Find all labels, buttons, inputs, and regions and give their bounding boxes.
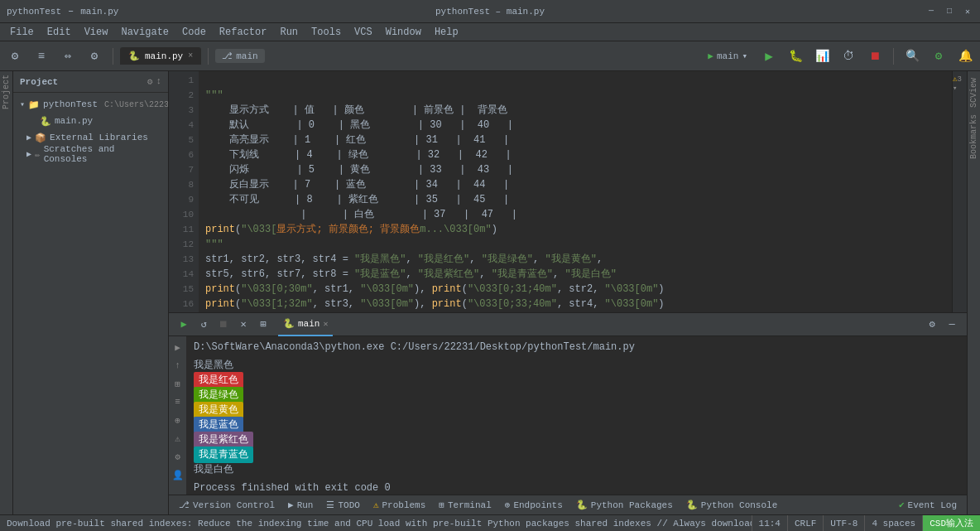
run-rerun-btn[interactable]: ↺ [195, 316, 212, 333]
bottom-problems[interactable]: ⚠ Problems [367, 495, 432, 515]
toolbar-settings-btn[interactable]: ⚙ [3, 45, 26, 68]
maximize-button[interactable]: □ [944, 6, 955, 17]
status-indent[interactable]: 4 spaces [864, 515, 922, 532]
settings-btn[interactable]: ⚙ [927, 45, 950, 68]
run-panel-btn-5[interactable]: ⊕ [171, 413, 185, 427]
menu-run[interactable]: Run [273, 23, 305, 41]
toolbar-align-btn[interactable]: ≡ [30, 45, 53, 68]
project-root-path: C:\Users\22231\Desktop\pythonTest [104, 100, 168, 109]
bottom-python-packages[interactable]: 🐍 Python Packages [569, 495, 680, 515]
profile-btn[interactable]: ⏱ [837, 45, 860, 68]
run-panel-btn-4[interactable]: ≡ [171, 394, 185, 409]
project-side-label[interactable]: Project [0, 71, 12, 113]
python-pkg-icon: 🐍 [576, 500, 588, 510]
status-encoding[interactable]: CRLF [787, 515, 823, 532]
status-position[interactable]: 11:4 [752, 515, 787, 532]
project-icon-2[interactable]: ↕ [156, 76, 161, 87]
project-icon-1[interactable]: ⚙ [147, 76, 153, 87]
title-bar-left: pythonTest – main.py [7, 6, 118, 17]
project-panel-header: Project ⚙ ↕ [13, 71, 168, 93]
run-panel-btn-6[interactable]: ⚠ [171, 431, 185, 446]
run-close-btn[interactable]: ✕ [235, 316, 252, 333]
run-button[interactable]: ▶ [757, 45, 781, 68]
run-content[interactable]: D:\SoftWare\Anaconda3\python.exe C:/User… [187, 336, 967, 495]
external-label: External Libraries [50, 133, 148, 142]
bottom-run[interactable]: ▶ Run [281, 495, 319, 515]
tree-external-libs[interactable]: ▶ 📦 External Libraries [13, 129, 168, 146]
status-ime[interactable]: CSD输入法 [922, 515, 980, 532]
run-restart-btn[interactable]: ▶ [175, 316, 192, 333]
menu-edit[interactable]: Edit [41, 23, 78, 41]
run-icon-bottom: ▶ [288, 500, 294, 510]
status-right: 11:4 CRLF UTF-8 4 spaces CSD输入法 [752, 515, 980, 532]
menu-window[interactable]: Window [379, 23, 428, 41]
run-panel-btn-8[interactable]: 👤 [171, 467, 185, 482]
menu-vcs[interactable]: VCS [348, 23, 379, 41]
right-gutter: ⚠3 ▾ [952, 71, 967, 312]
run-panel-btn-7[interactable]: ⚙ [171, 449, 185, 464]
output-text-purple: 我是紫红色 [194, 432, 253, 448]
output-red: 我是红色 [194, 373, 960, 388]
menu-code[interactable]: Code [175, 23, 213, 41]
output-yellow: 我是黄色 [194, 403, 960, 418]
run-panel-btn-1[interactable]: ▶ [171, 340, 185, 355]
run-command-line: D:\SoftWare\Anaconda3\python.exe C:/User… [194, 340, 960, 355]
menu-help[interactable]: Help [428, 23, 465, 41]
menu-navigate[interactable]: Navigate [114, 23, 175, 41]
status-bar: Download pre-built shared indexes: Reduc… [0, 514, 980, 531]
output-text-red: 我是红色 [194, 372, 243, 389]
run-panel-btn-2[interactable]: ↑ [171, 358, 185, 373]
file-main-label: main.py [55, 116, 93, 126]
run-coverage-btn[interactable]: 📊 [810, 45, 833, 68]
todo-icon: ☰ [326, 500, 334, 510]
vc-icon: ⎇ [179, 500, 190, 510]
debug-button[interactable]: 🐛 [784, 45, 807, 68]
run-minimize-btn[interactable]: ─ [944, 316, 960, 333]
output-text-white: 我是白色 [194, 462, 233, 477]
search-everywhere-btn[interactable]: 🔍 [901, 45, 924, 68]
run-settings-btn[interactable]: ⚙ [924, 316, 940, 333]
run-stop-btn[interactable]: ⏹ [215, 316, 232, 333]
tree-root[interactable]: ▾ 📁 pythonTest C:\Users\22231\Desktop\py… [13, 96, 168, 113]
bottom-python-console[interactable]: 🐍 Python Console [680, 495, 784, 515]
far-right-panel: SCView Bookmarks [967, 71, 980, 514]
toolbar-gear-btn[interactable]: ⚙ [83, 45, 106, 68]
bottom-version-control[interactable]: ⎇ Version Control [172, 495, 281, 515]
terminal-label: Terminal [448, 500, 492, 510]
code-content[interactable]: """ 显示方式 | 值 | 颜色 | 前景色 | 背景色 默认 | 0 | 黑… [199, 71, 952, 312]
project-folder-icon: 📁 [28, 99, 40, 110]
menu-bar: File Edit View Navigate Code Refactor Ru… [0, 23, 980, 41]
notifications-btn[interactable]: 🔔 [954, 45, 977, 68]
run-label-bottom: Run [297, 500, 314, 510]
run-tab-main[interactable]: 🐍 main ✕ [278, 313, 333, 336]
menu-view[interactable]: View [78, 23, 115, 41]
bottom-endpoints[interactable]: ⊕ Endpoints [498, 495, 569, 515]
event-log-btn[interactable]: ✔ Event Log [892, 495, 963, 515]
run-config-btn[interactable]: ▶ main ▾ [701, 49, 754, 63]
status-charset[interactable]: UTF-8 [823, 515, 864, 532]
tab-close-btn[interactable]: × [188, 51, 193, 60]
stop-button[interactable]: ⏹ [863, 45, 886, 68]
run-tab-close[interactable]: ✕ [323, 319, 328, 329]
scview-label[interactable]: SCView [968, 75, 980, 111]
toolbar: ⚙ ≡ ⇔ ⚙ 🐍 main.py × ⎇ main ▶ main ▾ ▶ 🐛 … [0, 41, 980, 71]
branch-selector[interactable]: ⎇ main [215, 49, 264, 63]
tree-file-main[interactable]: 🐍 main.py [13, 113, 168, 129]
bottom-todo[interactable]: ☰ TODO [319, 495, 366, 515]
code-view[interactable]: 12345 678910 1112131415 161718 """ 显示方式 … [169, 71, 967, 312]
bookmarks-label[interactable]: Bookmarks [968, 111, 980, 162]
bottom-terminal[interactable]: ⊞ Terminal [432, 495, 497, 515]
editor-tab-main[interactable]: 🐍 main.py × [120, 47, 201, 65]
minimize-button[interactable]: ─ [925, 6, 937, 17]
run-expand-btn[interactable]: ⊞ [255, 316, 271, 333]
toolbar-collapse-btn[interactable]: ⇔ [56, 45, 79, 68]
menu-file[interactable]: File [3, 23, 41, 41]
menu-refactor[interactable]: Refactor [213, 23, 274, 41]
menu-tools[interactable]: Tools [305, 23, 348, 41]
output-text-cyan: 我是青蓝色 [194, 447, 253, 463]
python-console-icon: 🐍 [686, 500, 698, 510]
tree-scratches[interactable]: ▶ ✏ Scratches and Consoles [13, 146, 168, 162]
run-panel-btn-3[interactable]: ⊞ [171, 376, 185, 391]
close-button[interactable]: ✕ [962, 6, 973, 17]
output-purple: 我是紫红色 [194, 432, 960, 447]
